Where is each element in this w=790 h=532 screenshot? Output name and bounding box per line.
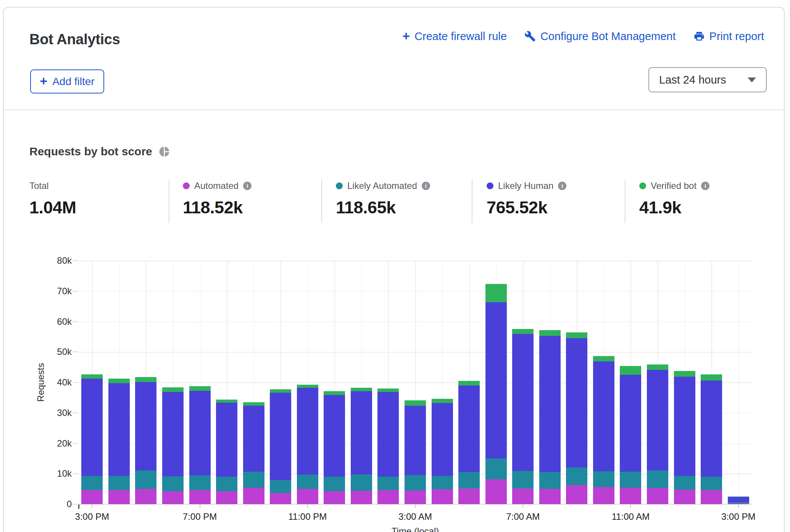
bar-segment-verified-bot[interactable]	[647, 364, 668, 370]
bar-segment-likely-automated[interactable]	[539, 472, 561, 489]
bar-segment-verified-bot[interactable]	[432, 399, 453, 403]
bar-segment-automated[interactable]	[189, 490, 211, 504]
bar-segment-likely-human[interactable]	[270, 393, 291, 480]
bar-7-00-am[interactable]	[512, 261, 534, 504]
bar-2-00-am[interactable]	[377, 261, 399, 504]
bar-segment-automated[interactable]	[108, 490, 130, 504]
bar-segment-verified-bot[interactable]	[351, 388, 372, 391]
bar-segment-verified-bot[interactable]	[81, 374, 103, 378]
bar-segment-likely-automated[interactable]	[243, 472, 264, 488]
bar-10-00-pm[interactable]	[270, 261, 291, 504]
bar-segment-likely-human[interactable]	[297, 388, 318, 474]
bar-4-00-pm[interactable]	[108, 261, 130, 504]
bar-3-00-pm[interactable]	[81, 261, 103, 504]
bar-segment-likely-automated[interactable]	[108, 476, 130, 490]
bar-segment-likely-automated[interactable]	[728, 502, 749, 503]
bar-segment-likely-human[interactable]	[324, 395, 345, 477]
bar-segment-automated[interactable]	[405, 490, 426, 504]
bar-segment-likely-automated[interactable]	[432, 476, 453, 489]
bar-segment-verified-bot[interactable]	[539, 330, 561, 336]
bar-segment-likely-automated[interactable]	[324, 477, 345, 491]
bar-segment-likely-automated[interactable]	[405, 475, 426, 490]
bar-segment-likely-automated[interactable]	[351, 474, 372, 491]
bar-segment-likely-automated[interactable]	[216, 477, 237, 491]
bar-segment-likely-automated[interactable]	[162, 476, 184, 491]
bar-segment-likely-human[interactable]	[351, 391, 372, 474]
bar-12-00-am[interactable]	[324, 261, 345, 504]
bar-1-00-am[interactable]	[351, 261, 372, 504]
bar-8-00-am[interactable]	[539, 261, 561, 504]
bar-segment-likely-human[interactable]	[512, 334, 534, 471]
bar-6-00-am[interactable]	[485, 261, 507, 504]
info-icon[interactable]: i	[701, 182, 709, 190]
bar-segment-likely-human[interactable]	[539, 336, 561, 472]
bar-segment-automated[interactable]	[620, 488, 641, 504]
bar-3-00-pm[interactable]	[728, 261, 749, 504]
bar-segment-verified-bot[interactable]	[189, 386, 211, 391]
bar-segment-likely-automated[interactable]	[377, 477, 399, 490]
bar-segment-likely-automated[interactable]	[81, 476, 103, 490]
bar-2-00-pm[interactable]	[701, 261, 722, 504]
bar-segment-verified-bot[interactable]	[728, 497, 749, 497]
bar-segment-likely-automated[interactable]	[512, 471, 534, 488]
bar-segment-likely-automated[interactable]	[270, 480, 291, 493]
bar-segment-likely-human[interactable]	[377, 392, 399, 477]
bar-segment-likely-human[interactable]	[701, 380, 722, 477]
bar-segment-verified-bot[interactable]	[377, 389, 399, 392]
bar-segment-automated[interactable]	[216, 491, 237, 504]
bar-segment-verified-bot[interactable]	[458, 381, 480, 385]
bar-segment-verified-bot[interactable]	[135, 377, 156, 382]
bar-segment-likely-automated[interactable]	[189, 476, 211, 490]
print-report-link[interactable]: Print report	[693, 30, 764, 43]
bar-segment-automated[interactable]	[243, 488, 264, 504]
bar-segment-likely-human[interactable]	[81, 379, 103, 476]
bar-segment-verified-bot[interactable]	[270, 389, 291, 393]
time-range-dropdown[interactable]: Last 24 hours	[648, 67, 767, 92]
bar-segment-likely-human[interactable]	[620, 375, 641, 472]
bar-7-00-pm[interactable]	[189, 261, 211, 504]
bar-11-00-pm[interactable]	[297, 261, 318, 504]
bar-1-00-pm[interactable]	[674, 261, 695, 504]
bar-segment-likely-automated[interactable]	[701, 477, 722, 490]
add-filter-button[interactable]: + Add filter	[30, 69, 104, 94]
bar-9-00-am[interactable]	[566, 261, 587, 504]
bar-12-00-pm[interactable]	[647, 261, 668, 504]
bar-segment-verified-bot[interactable]	[216, 400, 237, 403]
bar-segment-likely-automated[interactable]	[674, 476, 695, 490]
bar-segment-verified-bot[interactable]	[243, 402, 264, 406]
bar-segment-verified-bot[interactable]	[405, 400, 426, 406]
bar-5-00-pm[interactable]	[135, 261, 156, 504]
bar-segment-verified-bot[interactable]	[620, 366, 641, 375]
bar-segment-likely-human[interactable]	[189, 391, 211, 476]
bar-6-00-pm[interactable]	[162, 261, 184, 504]
info-icon[interactable]: i	[422, 182, 430, 190]
bar-segment-automated[interactable]	[377, 490, 399, 504]
bar-segment-verified-bot[interactable]	[324, 391, 345, 395]
bar-segment-likely-human[interactable]	[593, 361, 614, 471]
bar-segment-automated[interactable]	[647, 488, 668, 504]
bar-segment-likely-human[interactable]	[647, 370, 668, 471]
bar-segment-likely-human[interactable]	[728, 497, 749, 502]
bar-segment-likely-human[interactable]	[108, 383, 130, 476]
bar-4-00-am[interactable]	[432, 261, 453, 504]
bar-9-00-pm[interactable]	[243, 261, 264, 504]
bar-segment-automated[interactable]	[432, 489, 453, 504]
bar-segment-automated[interactable]	[162, 491, 184, 504]
create-firewall-rule-link[interactable]: + Create firewall rule	[402, 30, 507, 43]
bar-segment-verified-bot[interactable]	[566, 332, 587, 338]
bar-segment-automated[interactable]	[324, 491, 345, 504]
bar-segment-likely-automated[interactable]	[485, 458, 507, 480]
bar-segment-likely-automated[interactable]	[458, 472, 480, 488]
info-icon[interactable]: i	[243, 182, 252, 190]
bar-segment-likely-human[interactable]	[485, 302, 507, 458]
bar-segment-automated[interactable]	[593, 487, 614, 504]
bar-segment-automated[interactable]	[485, 479, 507, 504]
bar-segment-verified-bot[interactable]	[162, 387, 184, 392]
bar-segment-automated[interactable]	[81, 490, 103, 504]
bar-segment-automated[interactable]	[135, 489, 156, 504]
bar-10-00-am[interactable]	[593, 261, 614, 504]
info-icon[interactable]: i	[558, 182, 566, 190]
bar-segment-likely-automated[interactable]	[566, 468, 587, 485]
bar-segment-automated[interactable]	[566, 485, 587, 504]
bar-segment-likely-human[interactable]	[405, 406, 426, 475]
